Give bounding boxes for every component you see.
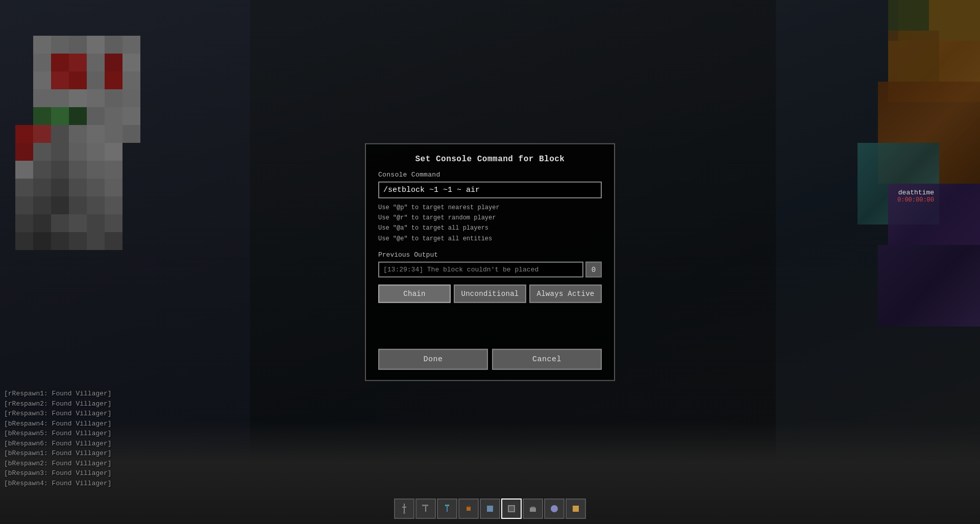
- hotbar: [394, 498, 586, 519]
- svg-rect-13: [531, 507, 535, 508]
- svg-rect-2: [403, 512, 405, 514]
- previous-output-row: 0: [378, 262, 602, 278]
- console-command-label: Console Command: [378, 170, 602, 178]
- svg-rect-12: [530, 508, 536, 512]
- previous-output-button[interactable]: 0: [585, 262, 602, 278]
- hotbar-slot-3: [458, 498, 479, 519]
- hint-2: Use "@r" to target random player: [378, 214, 496, 221]
- hotbar-slot-7: [544, 498, 565, 519]
- pickaxe-icon: [420, 503, 432, 515]
- command-block-icon: [505, 503, 518, 515]
- action-buttons-row: Done Cancel: [378, 349, 602, 370]
- hints-text: Use "@p" to target nearest player Use "@…: [378, 202, 602, 244]
- item-icon-8: [570, 503, 582, 515]
- hotbar-slot-2: [437, 498, 457, 519]
- hotbar-slot-1: [415, 498, 436, 519]
- hint-1: Use "@p" to target nearest player: [378, 204, 500, 211]
- svg-rect-6: [447, 505, 448, 512]
- svg-rect-1: [402, 507, 406, 508]
- deathtime-value: 0:00:00:00: [897, 196, 934, 204]
- svg-point-14: [551, 505, 558, 512]
- item-icon-4: [484, 503, 496, 515]
- hotbar-slot-6: [523, 498, 543, 519]
- svg-rect-15: [573, 506, 579, 512]
- toggle-buttons-row: Chain Unconditional Always Active: [378, 285, 602, 303]
- previous-output-input[interactable]: [378, 262, 583, 278]
- svg-rect-11: [509, 506, 514, 511]
- cancel-button[interactable]: Cancel: [492, 349, 602, 370]
- done-button[interactable]: Done: [378, 349, 488, 370]
- command-input[interactable]: [378, 181, 602, 198]
- unconditional-toggle-button[interactable]: Unconditional: [454, 285, 526, 303]
- deathtime-hud: deathtime 0:00:00:00: [897, 189, 934, 204]
- hotbar-slot-5: [501, 498, 522, 519]
- sword-icon: [398, 503, 410, 515]
- dialog-title: Set Console Command for Block: [378, 154, 602, 163]
- deathtime-label: deathtime: [897, 189, 934, 196]
- hotbar-slot-0: [394, 498, 414, 519]
- dialog-box: Set Console Command for Block Console Co…: [365, 143, 615, 381]
- svg-rect-8: [468, 506, 470, 507]
- hint-4: Use "@e" to target all entities: [378, 235, 492, 242]
- item-icon-3: [462, 503, 475, 515]
- always-active-toggle-button[interactable]: Always Active: [529, 285, 602, 303]
- hotbar-slot-4: [480, 498, 500, 519]
- svg-rect-4: [422, 505, 428, 506]
- item-icon-2: [441, 503, 453, 515]
- chain-toggle-button[interactable]: Chain: [378, 285, 451, 303]
- command-block-dialog: Set Console Command for Block Console Co…: [365, 143, 615, 381]
- svg-rect-9: [487, 506, 493, 512]
- item-icon-7: [548, 503, 560, 515]
- hotbar-slot-8: [566, 498, 586, 519]
- item-icon-6: [527, 503, 539, 515]
- previous-output-label: Previous Output: [378, 251, 602, 259]
- svg-rect-7: [467, 507, 471, 511]
- hint-3: Use "@a" to target all players: [378, 224, 488, 232]
- spacer: [378, 313, 602, 349]
